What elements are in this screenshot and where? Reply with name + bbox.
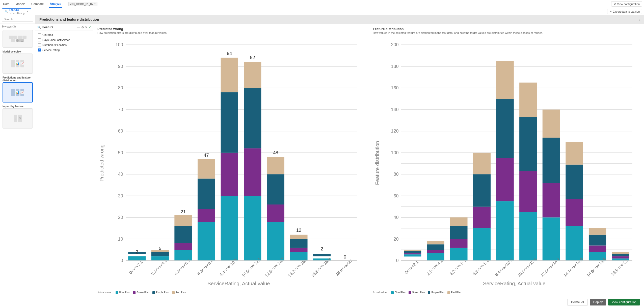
svg-rect-136 [542, 217, 560, 261]
svg-rect-58 [267, 222, 284, 261]
feature-checkbox-servicerating[interactable]: ✓ [38, 48, 41, 52]
svg-rect-60 [267, 174, 284, 204]
svg-text:6.3<=x<8.4: 6.3<=x<8.4 [472, 258, 490, 276]
feature-more-icon[interactable]: ⋯ [77, 25, 80, 29]
svg-text:60: 60 [118, 128, 123, 134]
left-chart-subtitle: How prediction errors are distributed ov… [97, 31, 365, 34]
feature-search-icon: 🔍 [37, 26, 41, 29]
mini-grid-preview2: ⚙ ⚙ [11, 39, 24, 42]
svg-rect-59 [267, 204, 284, 222]
left-chart-title: Predicted wrong [97, 27, 365, 31]
svg-text:2.1<=x<4.2: 2.1<=x<4.2 [425, 258, 443, 276]
bottom-bar: Delete v3 Deploy View configuration [35, 297, 644, 307]
feature-checkbox-churned[interactable] [38, 33, 41, 36]
svg-text:40: 40 [393, 215, 398, 220]
nav-models[interactable]: Models [14, 0, 26, 8]
sidebar-item-model-overview[interactable]: ↓ 📊 📈 [3, 54, 33, 74]
page-header-right: ‹ [639, 17, 640, 22]
tab-close-icon[interactable]: ✕ [26, 10, 29, 13]
svg-rect-61 [267, 157, 284, 174]
svg-rect-113 [427, 244, 444, 250]
config-icon: ⚙ [613, 2, 616, 6]
svg-rect-139 [542, 110, 560, 138]
feature-panel-title: Feature [42, 25, 76, 29]
svg-rect-37 [174, 215, 192, 226]
delete-btn[interactable]: Delete v3 [567, 299, 588, 306]
collapse-icon[interactable]: ‹ [639, 17, 640, 22]
left-y-axis-label: Predicted wrong [99, 144, 104, 182]
svg-rect-138 [542, 138, 560, 183]
svg-rect-142 [566, 199, 583, 226]
svg-rect-109 [404, 250, 421, 251]
svg-rect-40 [198, 222, 215, 261]
svg-rect-72 [313, 254, 331, 257]
export-btn[interactable]: ↗ Export data to catalog [607, 9, 642, 14]
feature-panel: 🔍 Feature ⋯ ⚙ ✕ ✓ Churned [35, 24, 93, 297]
legend-color-green [133, 291, 136, 294]
feature-checkbox-penalties[interactable] [38, 43, 41, 46]
feature-settings-icon[interactable]: ⚙ [81, 25, 84, 29]
right-legend-name-red: Red Plan [451, 291, 461, 294]
mini-grid-preview [9, 36, 26, 39]
svg-rect-127 [496, 158, 514, 201]
svg-text:48: 48 [273, 150, 278, 155]
right-legend-color-green [409, 291, 411, 294]
svg-rect-116 [450, 248, 467, 261]
feature-checkbox-days[interactable] [38, 38, 41, 41]
svg-rect-117 [450, 239, 467, 248]
svg-rect-107 [404, 253, 421, 254]
tab-feature-servicerating[interactable]: 🔍 Feature ServiceRating ✕ [2, 8, 31, 15]
svg-text:12: 12 [296, 227, 301, 233]
search-input[interactable] [2, 17, 33, 22]
more-options-icon[interactable]: ⋯ [101, 2, 105, 6]
nav-compare[interactable]: Compare [30, 0, 45, 8]
svg-text:4.2<=x<6.3: 4.2<=x<6.3 [449, 258, 467, 276]
svg-text:30: 30 [118, 193, 123, 198]
svg-rect-147 [588, 245, 606, 252]
svg-rect-55 [244, 62, 261, 88]
feature-close-icon[interactable]: ✕ [85, 25, 88, 29]
tab-sublabel: ServiceRating [9, 12, 24, 15]
sidebar-item-predictions[interactable]: ↓ 📊 📈 [3, 82, 33, 103]
feature-item-penalties[interactable]: NumberOfPenalties [35, 42, 93, 47]
svg-rect-124 [473, 153, 490, 174]
feature-item-churned[interactable]: Churned [35, 32, 93, 37]
svg-rect-132 [519, 171, 537, 212]
deploy-btn[interactable]: Deploy [590, 299, 606, 305]
nav-analyze[interactable]: Analyze [49, 0, 62, 8]
svg-rect-111 [427, 253, 444, 261]
page-title: Predictions and feature distribution [39, 17, 99, 21]
svg-text:4.2<=x<6.3: 4.2<=x<6.3 [173, 258, 191, 276]
top-nav-right: ⚙ View configuration [611, 1, 642, 7]
sidebar-item-impact[interactable]: ↓ ⚙ [3, 108, 33, 129]
svg-rect-49 [221, 58, 238, 92]
svg-text:160: 160 [391, 85, 399, 90]
sidebar-search [0, 15, 35, 23]
svg-rect-129 [496, 61, 514, 99]
svg-rect-137 [542, 183, 560, 217]
sidebar-section-title: My own (3) [0, 23, 35, 29]
model-dropdown-icon[interactable]: ▾ [94, 3, 96, 5]
svg-text:0: 0 [121, 258, 123, 263]
svg-text:92: 92 [250, 55, 255, 60]
view-config-btn-bottom[interactable]: View configuration [608, 299, 640, 305]
sidebar-item-mini-grid[interactable]: ⚙ ⚙ [3, 30, 33, 48]
feature-item-days[interactable]: DaysSinceLastService [35, 37, 93, 42]
svg-rect-47 [221, 153, 238, 196]
feature-item-servicerating[interactable]: ✓ ServiceRating [35, 47, 93, 53]
left-chart-legend: Actual value Blue Plan Green Plan Purple… [97, 290, 365, 294]
feature-confirm-icon[interactable]: ✓ [89, 25, 91, 29]
right-chart-container: Feature distribution [373, 36, 640, 294]
right-chart-svg-wrapper: Feature distribution [373, 36, 640, 290]
feature-name-penalties: NumberOfPenalties [42, 43, 67, 46]
svg-text:20: 20 [118, 215, 123, 220]
model-selector[interactable]: v03_XGBC_01_07 ▾ [68, 2, 97, 6]
svg-rect-30 [151, 252, 169, 256]
right-x-axis-label: ServiceRating, Actual value [483, 281, 545, 286]
svg-rect-118 [450, 226, 467, 239]
svg-rect-65 [290, 248, 307, 252]
right-chart-legend: Actual value Blue Plan Green Plan Purple… [373, 290, 640, 294]
nav-data[interactable]: Data [2, 0, 10, 8]
impact-label-header: Impact by feature [2, 104, 34, 108]
view-config-btn-top[interactable]: ⚙ View configuration [611, 1, 642, 7]
